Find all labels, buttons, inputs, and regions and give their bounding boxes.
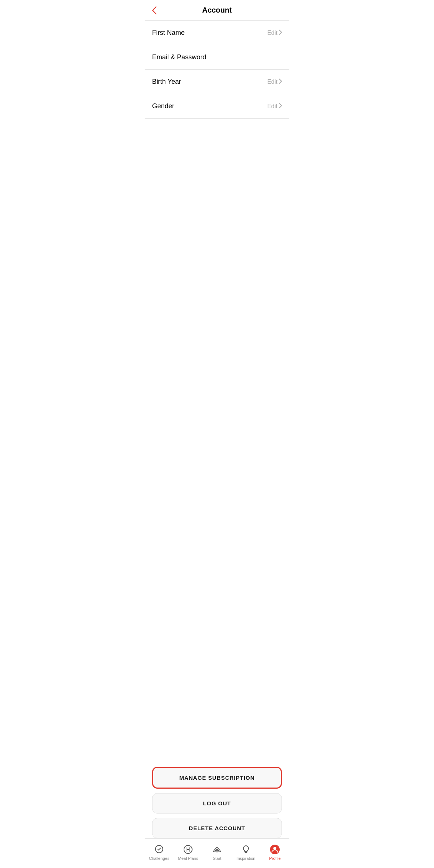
first-name-edit-text: Edit [267, 30, 277, 36]
birth-year-item[interactable]: Birth Year Edit [145, 70, 289, 94]
gender-label: Gender [152, 102, 174, 110]
email-password-label: Email & Password [152, 53, 206, 61]
gender-item[interactable]: Gender Edit [145, 94, 289, 119]
gender-chevron-icon [279, 103, 282, 110]
gender-edit: Edit [267, 103, 282, 110]
birth-year-edit: Edit [267, 79, 282, 85]
birth-year-label: Birth Year [152, 78, 181, 86]
first-name-edit: Edit [267, 30, 282, 36]
birth-year-edit-text: Edit [267, 79, 277, 85]
back-button[interactable] [151, 5, 158, 16]
account-list: First Name Edit Email & Password Birth Y… [145, 21, 289, 119]
header: Account [145, 0, 289, 21]
birth-year-chevron-icon [279, 79, 282, 85]
gender-edit-text: Edit [267, 103, 277, 110]
email-password-item[interactable]: Email & Password [145, 45, 289, 70]
first-name-item[interactable]: First Name Edit [145, 21, 289, 45]
first-name-label: First Name [152, 29, 185, 37]
page-title: Account [202, 6, 232, 14]
first-name-chevron-icon [279, 30, 282, 36]
